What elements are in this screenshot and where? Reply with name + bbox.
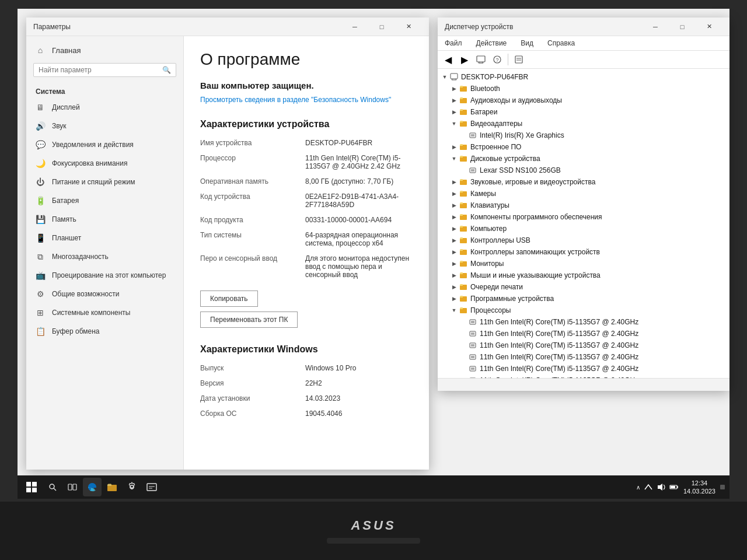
tree-item[interactable]: Lexar SSD NS100 256GB: [438, 164, 729, 176]
tree-label: Встроенное ПО: [470, 143, 521, 151]
rename-button[interactable]: Переименовать этот ПК: [200, 312, 298, 328]
sidebar-item-display[interactable]: 🖥Дисплей: [26, 98, 183, 117]
taskbar-taskview[interactable]: [63, 478, 82, 496]
network-icon[interactable]: [644, 482, 653, 492]
minimize-button[interactable]: ─: [341, 18, 368, 36]
tree-item[interactable]: ▶Компьютер: [438, 223, 729, 235]
sidebar-item-sound[interactable]: 🔊Звук: [26, 117, 183, 135]
sidebar-item-multitask[interactable]: ⧉Многозадачность: [26, 247, 183, 266]
taskbar-settings[interactable]: [123, 478, 141, 496]
settings-title: Параметры: [33, 23, 341, 31]
spec-row: Процессор11th Gen Intel(R) Core(TM) i5-1…: [200, 154, 413, 170]
tree-item[interactable]: ▶Батареи: [438, 106, 729, 118]
tree-item[interactable]: ▶Мыши и иные указывающие устройства: [438, 270, 729, 281]
devmgr-menu: Файл Действие Вид Справка: [438, 36, 729, 51]
properties-icon: [514, 55, 523, 64]
tree-item[interactable]: 11th Gen Intel(R) Core(TM) i5-1135G7 @ 2…: [438, 351, 729, 363]
svg-rect-9: [451, 74, 458, 79]
start-button[interactable]: [22, 478, 41, 496]
tree-label: Lexar SSD NS100 256GB: [480, 166, 561, 174]
tray-expand[interactable]: ∧: [636, 484, 640, 491]
taskbar-search[interactable]: [43, 478, 62, 496]
sidebar-item-power[interactable]: ⏻Питание и спящий режим: [26, 173, 183, 191]
sidebar-item-focus[interactable]: 🌙Фокусировка внимания: [26, 154, 183, 173]
tree-toggle: ▶: [449, 224, 459, 233]
sidebar-item-storage[interactable]: 💾Память: [26, 210, 183, 229]
svg-rect-42: [471, 356, 474, 358]
spec-value: DESKTOP-PU64FBR: [305, 139, 413, 147]
toolbar-computer[interactable]: [474, 52, 488, 66]
sidebar-icon-display: 🖥: [36, 103, 45, 112]
sidebar-item-notifications[interactable]: 💬Уведомления и действия: [26, 135, 183, 154]
close-button[interactable]: ✕: [395, 18, 422, 36]
tree-item[interactable]: ▼Дисковые устройства: [438, 153, 729, 164]
toolbar-help[interactable]: ?: [490, 52, 504, 66]
sidebar-home-item[interactable]: ⌂ Главная: [26, 41, 183, 60]
devmgr-close-button[interactable]: ✕: [696, 18, 722, 36]
sidebar-item-components[interactable]: ⊞Системные компоненты: [26, 303, 183, 322]
taskbar-explorer[interactable]: [103, 478, 121, 496]
tree-item[interactable]: ▼Видеоадаптеры: [438, 118, 729, 130]
sidebar-item-clipboard[interactable]: 📋Буфер обмена: [26, 322, 183, 341]
tree-item[interactable]: Intel(R) Iris(R) Xe Graphics: [438, 130, 729, 141]
menu-file[interactable]: Файл: [440, 37, 467, 49]
tree-item[interactable]: ▶Камеры: [438, 188, 729, 200]
devmgr-maximize-button[interactable]: □: [669, 18, 696, 36]
tree-item[interactable]: ▶Компоненты программного обеспечения: [438, 211, 729, 223]
tree-item[interactable]: 11th Gen Intel(R) Core(TM) i5-1135G7 @ 2…: [438, 328, 729, 340]
sidebar-item-accessibility[interactable]: ⚙Общие возможности: [26, 285, 183, 303]
tree-item[interactable]: ▶Контроллеры запоминающих устройств: [438, 246, 729, 258]
sidebar-item-battery[interactable]: 🔋Батарея: [26, 191, 183, 210]
win-controls: ─ □ ✕: [341, 18, 422, 36]
category-icon: [459, 177, 468, 187]
battery-taskbar-icon[interactable]: [669, 482, 679, 492]
tree-toggle: ▶: [449, 107, 459, 117]
copy-button[interactable]: Копировать: [200, 290, 258, 307]
tree-item[interactable]: ▶Аудиовходы и аудиовыходы: [438, 94, 729, 106]
tree-item[interactable]: ▶Клавиатуры: [438, 200, 729, 211]
category-icon: [459, 154, 468, 163]
menu-help[interactable]: Справка: [543, 37, 580, 49]
toolbar-forward[interactable]: ▶: [458, 52, 472, 66]
menu-action[interactable]: Действие: [472, 37, 512, 49]
tree-item[interactable]: ▶Программные устройства: [438, 293, 729, 304]
maximize-button[interactable]: □: [368, 18, 395, 36]
tree-item[interactable]: 11th Gen Intel(R) Core(TM) i5-1135G7 @ 2…: [438, 316, 729, 328]
tree-item[interactable]: ▶Встроенное ПО: [438, 141, 729, 153]
search-icon: 🔍: [162, 66, 171, 74]
tree-item[interactable]: ▶Bluetooth: [438, 83, 729, 94]
windows-section-title: Характеристики Windows: [200, 344, 413, 355]
page-title: О программе: [200, 50, 413, 69]
taskbar-edge[interactable]: [83, 478, 102, 496]
security-link[interactable]: Просмотреть сведения в разделе "Безопасн…: [200, 95, 413, 105]
tree-item[interactable]: ▶Мониторы: [438, 258, 729, 270]
tree-label: Звуковые, игровые и видеоустройства: [470, 178, 595, 186]
tree-item[interactable]: ▶Контроллеры USB: [438, 235, 729, 246]
home-icon: ⌂: [36, 46, 45, 55]
sidebar-item-tablet[interactable]: 📱Планшет: [26, 229, 183, 247]
taskbar-devmgr[interactable]: [142, 478, 161, 496]
menu-view[interactable]: Вид: [516, 37, 538, 49]
tree-item[interactable]: ▼DESKTOP-PU64FBR: [438, 71, 729, 83]
volume-icon[interactable]: [657, 482, 666, 492]
sidebar-icon-storage: 💾: [36, 215, 45, 224]
svg-rect-6: [515, 56, 522, 63]
toolbar-back[interactable]: ◀: [441, 52, 455, 66]
tree-label: Мониторы: [470, 260, 504, 268]
tree-item[interactable]: ▶Очереди печати: [438, 281, 729, 293]
tree-item[interactable]: ▼Процессоры: [438, 304, 729, 316]
tree-item[interactable]: 11th Gen Intel(R) Core(TM) i5-1135G7 @ 2…: [438, 363, 729, 374]
tree-label: Батареи: [470, 108, 497, 116]
settings-window: Параметры ─ □ ✕ ⌂ Главная: [26, 18, 429, 470]
category-icon: [459, 142, 468, 152]
tree-item[interactable]: 11th Gen Intel(R) Core(TM) i5-1135G7 @ 2…: [438, 340, 729, 351]
tree-toggle: [459, 329, 468, 338]
tree-item[interactable]: ▶Звуковые, игровые и видеоустройства: [438, 176, 729, 188]
devmgr-minimize-button[interactable]: ─: [642, 18, 669, 36]
toolbar-properties[interactable]: [512, 52, 526, 66]
sidebar-item-project[interactable]: 📺Проецирование на этот компьютер: [26, 266, 183, 285]
search-input[interactable]: [39, 66, 159, 74]
tree-toggle: ▶: [449, 236, 459, 245]
notification-area[interactable]: [720, 485, 725, 489]
sidebar-icon-sound: 🔊: [36, 121, 45, 131]
